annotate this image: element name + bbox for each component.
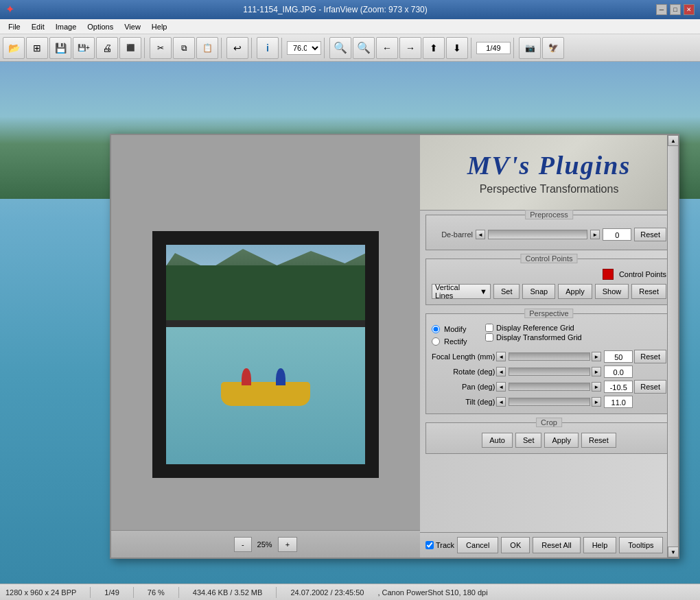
track-label: Track bbox=[425, 541, 454, 549]
help-button[interactable]: Help bbox=[583, 537, 617, 553]
logo-area: MV's Plugins Perspective Transformations bbox=[420, 135, 678, 211]
irfan-button[interactable]: 🦅 bbox=[542, 37, 564, 59]
status-sep-2 bbox=[133, 587, 134, 598]
dialog-scrollbar: ▲ ▼ bbox=[667, 135, 678, 557]
crop-set-button[interactable]: Set bbox=[515, 433, 542, 448]
debarrel-left-arrow[interactable]: ◄ bbox=[476, 230, 485, 239]
preprocess-reset-button[interactable]: Reset bbox=[634, 228, 666, 241]
rotate-right-arrow[interactable]: ► bbox=[592, 367, 601, 376]
trans-grid-checkbox[interactable] bbox=[485, 333, 493, 341]
close-button[interactable]: ✕ bbox=[684, 4, 695, 15]
focal-left-arrow[interactable]: ◄ bbox=[496, 352, 506, 361]
info-button[interactable]: i bbox=[257, 37, 279, 59]
next-button[interactable]: → bbox=[399, 37, 421, 59]
menu-help[interactable]: Help bbox=[146, 21, 173, 32]
scroll-thumb[interactable] bbox=[668, 146, 678, 547]
minimize-button[interactable]: ─ bbox=[656, 4, 667, 15]
tilt-right-arrow[interactable]: ► bbox=[592, 397, 601, 407]
pan-reset-button[interactable]: Reset bbox=[634, 380, 666, 394]
first-button[interactable]: ⬆ bbox=[423, 37, 445, 59]
scroll-down-button[interactable]: ▼ bbox=[668, 547, 679, 557]
ok-button[interactable]: OK bbox=[501, 537, 530, 553]
cp-header: Control Points bbox=[432, 269, 666, 280]
pan-left-arrow[interactable]: ◄ bbox=[496, 382, 506, 392]
paste-button[interactable]: 📋 bbox=[196, 37, 218, 59]
thumbnail-button[interactable]: ⊞ bbox=[26, 37, 48, 59]
menu-view[interactable]: View bbox=[119, 21, 146, 32]
zoom-plus-button[interactable]: + bbox=[278, 537, 297, 552]
menu-file[interactable]: File bbox=[3, 21, 26, 32]
rotate-left-arrow[interactable]: ◄ bbox=[496, 367, 506, 376]
perspective-radio-col: Modify Rectify bbox=[432, 324, 480, 347]
ref-grid-label: Display Reference Grid bbox=[496, 324, 574, 332]
copy-button[interactable]: ⧉ bbox=[173, 37, 195, 59]
restore-button[interactable]: □ bbox=[670, 4, 681, 15]
zoom-dropdown[interactable]: 76.0 bbox=[287, 41, 321, 55]
scroll-up-button[interactable]: ▲ bbox=[668, 135, 679, 146]
last-button[interactable]: ⬇ bbox=[446, 37, 468, 59]
browse-button[interactable]: 📷 bbox=[519, 37, 541, 59]
pan-right-arrow[interactable]: ► bbox=[592, 382, 601, 392]
crop-apply-button[interactable]: Apply bbox=[544, 433, 579, 448]
perspective-sliders: Focal Length (mm) ◄ ► 50 Reset Rotate (d… bbox=[432, 350, 666, 408]
cut-button[interactable]: ✂ bbox=[150, 37, 172, 59]
window-title: 111-1154_IMG.JPG - IrfanView (Zoom: 973 … bbox=[243, 0, 428, 19]
cp-set-button[interactable]: Set bbox=[493, 284, 520, 299]
track-checkbox[interactable] bbox=[425, 541, 434, 549]
crop-auto-button[interactable]: Auto bbox=[482, 433, 513, 448]
modify-radio[interactable] bbox=[432, 325, 440, 333]
focal-slider[interactable] bbox=[509, 352, 590, 361]
save-button[interactable]: 💾 bbox=[49, 37, 71, 59]
tilt-left-arrow[interactable]: ◄ bbox=[496, 397, 506, 407]
cancel-button[interactable]: Cancel bbox=[457, 537, 498, 553]
reset-all-button[interactable]: Reset All bbox=[533, 537, 580, 553]
img-persons bbox=[231, 368, 300, 389]
status-sep-1 bbox=[90, 587, 91, 598]
menu-edit[interactable]: Edit bbox=[26, 21, 50, 32]
prev-button[interactable]: ← bbox=[376, 37, 398, 59]
img-trees bbox=[152, 265, 379, 320]
save-as-button[interactable]: 💾+ bbox=[73, 37, 95, 59]
focal-reset-button[interactable]: Reset bbox=[634, 350, 666, 363]
app-icon: ✦ bbox=[5, 0, 14, 19]
open-button[interactable]: 📂 bbox=[3, 37, 25, 59]
cp-snap-button[interactable]: Snap bbox=[522, 284, 555, 299]
focal-right-arrow[interactable]: ► bbox=[592, 352, 601, 361]
toolbar-sep-5 bbox=[324, 38, 327, 58]
undo-button[interactable]: ↩ bbox=[226, 37, 248, 59]
properties-button[interactable]: ⬛ bbox=[119, 37, 141, 59]
cp-reset-button[interactable]: Reset bbox=[631, 284, 666, 299]
rectify-radio[interactable] bbox=[432, 337, 440, 346]
rotate-value: 0.0 bbox=[604, 365, 633, 378]
focal-label: Focal Length (mm) bbox=[432, 352, 495, 361]
preprocess-section: Preprocess De-barrel ◄ ► 0 Reset bbox=[425, 215, 673, 250]
rotate-slider[interactable] bbox=[509, 368, 590, 376]
toolbar: 📂 ⊞ 💾 💾+ 🖨 ⬛ ✂ ⧉ 📋 ↩ i 76.0 🔍 🔍 ← → ⬆ ⬇ … bbox=[0, 34, 700, 62]
status-sep-4 bbox=[276, 587, 277, 598]
perspective-section: Perspective Modify Rectify bbox=[425, 313, 673, 414]
modify-label: Modify bbox=[444, 325, 466, 333]
cp-dropdown[interactable]: Vertical Lines ▼ bbox=[432, 284, 491, 299]
tooltips-button[interactable]: Tooltips bbox=[619, 537, 662, 553]
tilt-slider[interactable] bbox=[509, 398, 590, 406]
status-dimensions: 1280 x 960 x 24 BPP bbox=[5, 588, 76, 597]
cp-apply-button[interactable]: Apply bbox=[558, 284, 592, 299]
tilt-label: Tilt (deg) bbox=[432, 398, 495, 406]
debarrel-slider[interactable] bbox=[488, 230, 587, 239]
dialog-bottom-bar: Track Cancel OK Reset All Help Tooltips bbox=[420, 532, 678, 557]
zoom-minus-button[interactable]: - bbox=[234, 537, 252, 552]
image-panel: - 25% + bbox=[111, 135, 420, 557]
pan-slider[interactable] bbox=[509, 383, 590, 391]
toolbar-sep-2 bbox=[221, 38, 224, 58]
title-bar: ✦ 111-1154_IMG.JPG - IrfanView (Zoom: 97… bbox=[0, 0, 700, 19]
menu-image[interactable]: Image bbox=[50, 21, 82, 32]
status-filesize: 434.46 KB / 3.52 MB bbox=[193, 588, 263, 597]
ref-grid-checkbox[interactable] bbox=[485, 324, 493, 332]
print-button[interactable]: 🖨 bbox=[96, 37, 118, 59]
zoom-in-button[interactable]: 🔍 bbox=[329, 37, 351, 59]
debarrel-right-arrow[interactable]: ► bbox=[590, 230, 600, 239]
zoom-out-button[interactable]: 🔍 bbox=[353, 37, 375, 59]
crop-reset-button[interactable]: Reset bbox=[581, 433, 616, 448]
cp-show-button[interactable]: Show bbox=[595, 284, 629, 299]
menu-options[interactable]: Options bbox=[82, 21, 119, 32]
